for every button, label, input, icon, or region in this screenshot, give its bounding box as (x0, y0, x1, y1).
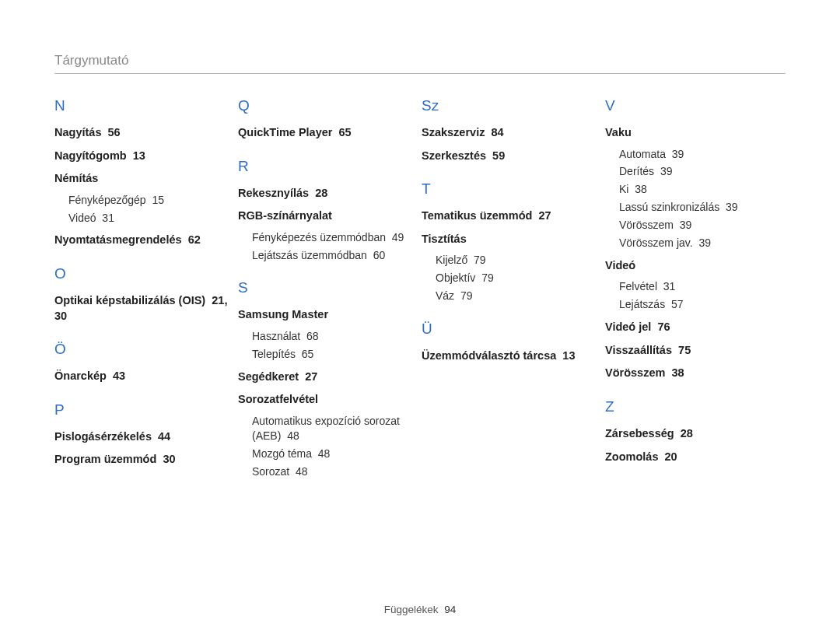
index-entry[interactable]: Önarckép 43 (54, 369, 229, 384)
index-subentry[interactable]: Mozgó téma 48 (252, 447, 412, 461)
index-entry-label: Nagyítás (54, 126, 101, 138)
index-letter-heading: P (54, 401, 229, 419)
index-entry-group: Visszaállítás 75 (605, 343, 779, 359)
index-entry-group: Tematikus üzemmód 27 (422, 208, 596, 224)
index-entry-group: Zoomolás 20 (605, 450, 779, 465)
index-entry[interactable]: QuickTime Player 65 (238, 125, 412, 141)
index-subentry[interactable]: Vörösszem 39 (619, 218, 779, 233)
index-subentry-page: 79 (474, 254, 486, 266)
index-entry[interactable]: Sorozatfelvétel (238, 392, 412, 408)
index-entry[interactable]: Program üzemmód 30 (54, 452, 229, 468)
index-letter-heading: S (238, 279, 412, 296)
index-subentry[interactable]: Vörösszem jav. 39 (619, 236, 779, 250)
index-entry[interactable]: Tematikus üzemmód 27 (422, 208, 596, 224)
index-entry-group: Videó jel 76 (605, 320, 779, 335)
index-entry-page: 13 (133, 149, 145, 162)
index-subentry-label: Vörösszem (619, 219, 674, 231)
index-entry[interactable]: Optikai képstabilizálás (OIS) 21, 30 (54, 293, 229, 324)
index-entry-label: Rekesznyílás (238, 187, 309, 199)
index-subentry-page: 31 (663, 280, 676, 292)
index-subentry-page: 39 (698, 236, 711, 249)
index-subentry-page: 79 (460, 289, 473, 302)
index-subentry[interactable]: Derítés 39 (619, 164, 779, 179)
index-letter-heading: V (605, 97, 779, 114)
index-entry[interactable]: RGB-színárnyalat (238, 208, 412, 224)
index-entry[interactable]: Nagyítógomb 13 (54, 149, 229, 164)
index-subentry-label: Fényképezés üzemmódban (252, 231, 386, 243)
index-subentry[interactable]: Telepítés 65 (252, 347, 412, 362)
index-entry-page: 13 (562, 349, 575, 362)
index-letter-heading: O (54, 265, 229, 282)
index-subentry[interactable]: Fényképezőgép 15 (68, 193, 229, 208)
index-entry[interactable]: Nagyítás 56 (54, 125, 229, 141)
index-entry-page: 44 (158, 430, 170, 443)
index-entry-label: Nagyítógomb (54, 149, 127, 162)
index-subentry[interactable]: Lassú szinkronizálás 39 (619, 200, 779, 215)
index-entry-page: 27 (305, 370, 317, 383)
index-subentry-page: 39 (672, 148, 684, 160)
index-entry[interactable]: Samsung Master (238, 307, 412, 323)
index-entry[interactable]: Videó jel 76 (605, 320, 779, 335)
index-entry[interactable]: Némítás (54, 171, 229, 187)
index-entry-group: QuickTime Player 65 (238, 125, 412, 141)
index-entry[interactable]: Videó (605, 258, 779, 274)
index-entry-group: VakuAutomata 39Derítés 39Ki 38Lassú szin… (605, 125, 779, 250)
index-entry-group: Optikai képstabilizálás (OIS) 21, 30 (54, 293, 229, 324)
index-subentry-label: Vörösszem jav. (619, 236, 693, 249)
index-subentry[interactable]: Fényképezés üzemmódban 49 (252, 230, 412, 245)
index-entry[interactable]: Visszaállítás 75 (605, 343, 779, 359)
index-subentry-label: Használat (252, 330, 300, 342)
index-entry[interactable]: Nyomtatásmegrendelés 62 (54, 233, 229, 248)
index-subentry[interactable]: Használat 68 (252, 329, 412, 344)
index-entry-group: Nyomtatásmegrendelés 62 (54, 233, 229, 248)
index-entry[interactable]: Vörösszem 38 (605, 366, 779, 381)
index-subentry-label: Ki (619, 183, 628, 195)
index-subentry-page: 79 (481, 271, 494, 284)
index-entry[interactable]: Szerkesztés 59 (422, 149, 596, 164)
index-entry-label: Szakszerviz (422, 126, 485, 138)
index-subentry[interactable]: Felvétel 31 (619, 279, 779, 294)
index-subentry-page: 65 (302, 348, 314, 360)
index-entry-page: 28 (315, 187, 327, 199)
index-entry-label: Program üzemmód (54, 453, 156, 465)
index-subentry[interactable]: Lejátszás üzemmódban 60 (252, 248, 412, 263)
index-subentry-label: Objektív (436, 271, 475, 284)
index-subentry-label: Automatikus expozíció sorozat (AEB) (252, 415, 400, 442)
index-entry-page: 20 (665, 450, 677, 463)
index-entry[interactable]: Vaku (605, 125, 779, 141)
index-entry-label: Zoomolás (605, 450, 658, 463)
index-subentry[interactable]: Ki 38 (619, 182, 779, 197)
index-subentry-label: Sorozat (252, 465, 289, 478)
index-subentry-label: Telepítés (252, 348, 296, 360)
index-entry-page: 59 (492, 149, 505, 162)
index-entry[interactable]: Zoomolás 20 (605, 450, 779, 465)
index-subentry[interactable]: Sorozat 48 (252, 464, 412, 479)
index-subentry-label: Lassú szinkronizálás (619, 201, 719, 213)
index-subentry[interactable]: Videó 31 (68, 211, 229, 226)
index-subentry[interactable]: Automata 39 (619, 147, 779, 162)
index-entry[interactable]: Tisztítás (422, 232, 596, 247)
index-entry-label: Nyomtatásmegrendelés (54, 233, 182, 246)
index-entry[interactable]: Pislogásérzékelés 44 (54, 429, 229, 445)
index-entry[interactable]: Üzemmódválasztó tárcsa 13 (422, 349, 596, 364)
index-entry-page: 28 (681, 427, 693, 440)
index-column: NNagyítás 56Nagyítógomb 13NémításFénykép… (54, 97, 238, 487)
index-entry-page: 30 (163, 453, 175, 465)
index-entry-label: Tematikus üzemmód (422, 209, 532, 222)
index-subentry[interactable]: Lejátszás 57 (619, 297, 779, 312)
index-subentry-label: Kijelző (436, 254, 467, 266)
index-subentry-page: 39 (680, 219, 692, 231)
index-subentry[interactable]: Kijelző 79 (436, 253, 596, 268)
index-entry[interactable]: Szakszerviz 84 (422, 125, 596, 141)
footer-page: 94 (444, 604, 456, 615)
page-footer: Függelékek 94 (0, 604, 840, 615)
index-subentry[interactable]: Objektív 79 (436, 271, 596, 285)
index-subentry-page: 15 (152, 194, 164, 206)
index-entry[interactable]: Rekesznyílás 28 (238, 186, 412, 201)
index-entry[interactable]: Segédkeret 27 (238, 370, 412, 385)
index-subentry-page: 38 (635, 183, 647, 195)
index-entry[interactable]: Zársebesség 28 (605, 426, 779, 442)
index-subentry[interactable]: Váz 79 (436, 289, 596, 303)
index-letter-heading: Sz (422, 97, 596, 114)
index-subentry[interactable]: Automatikus expozíció sorozat (AEB) 48 (252, 414, 412, 443)
